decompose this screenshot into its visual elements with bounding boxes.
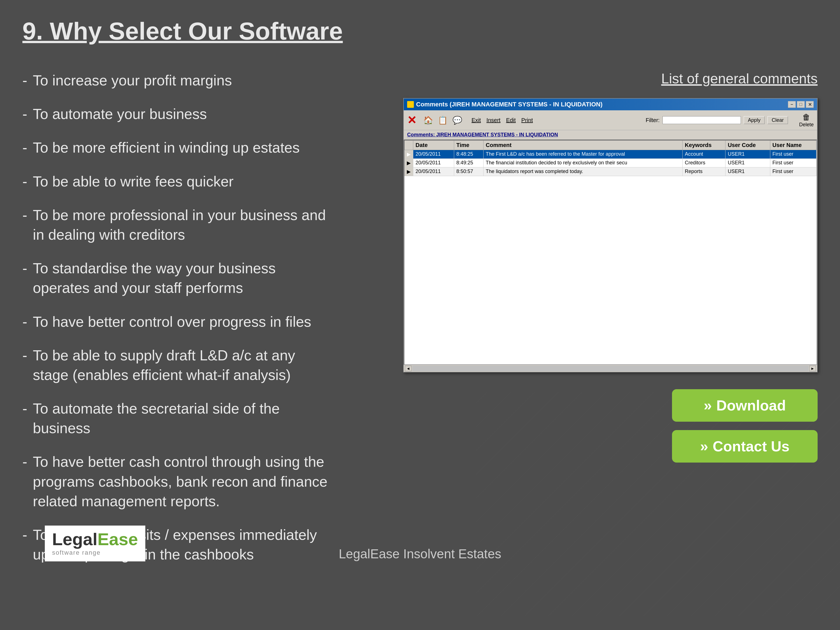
logo-ease: Ease xyxy=(98,529,138,549)
bullet-item: -To automate your business xyxy=(22,104,330,124)
bullet-dash: - xyxy=(22,172,27,191)
edit-menu-item[interactable]: Edit xyxy=(506,117,515,123)
exit-icon[interactable]: ✕ xyxy=(407,114,417,126)
contact-chevron-icon: » xyxy=(700,438,708,455)
bullet-text: To have better cash control through usin… xyxy=(33,452,330,511)
col-header-selector xyxy=(404,141,413,150)
bullet-dash: - xyxy=(22,259,27,298)
bullet-item: -To be more professional in your busines… xyxy=(22,205,330,245)
contact-button[interactable]: » Contact Us xyxy=(672,430,818,463)
bullet-item: -To be more efficient in winding up esta… xyxy=(22,138,330,157)
dialog-icon xyxy=(407,101,414,108)
logo-subtext: software range xyxy=(52,549,138,556)
cell-date: 20/05/2011 xyxy=(413,159,454,167)
bullet-dash: - xyxy=(22,104,27,124)
bullet-item: -To increase your profit margins xyxy=(22,71,330,90)
cell-date: 20/05/2011 xyxy=(413,150,454,159)
col-header-comment: Comment xyxy=(483,141,682,150)
toolbar-menu: Exit Insert Edit Print xyxy=(472,117,533,123)
scroll-right-arrow[interactable]: ► xyxy=(809,366,816,371)
table-row[interactable]: ▶ 20/05/2011 8:49:25 The financial insti… xyxy=(404,159,816,167)
exit-menu-item[interactable]: Exit xyxy=(472,117,481,123)
comments-table: Date Time Comment Keywords User Code Use… xyxy=(404,140,816,176)
general-comments-link[interactable]: List of general comments xyxy=(661,71,818,87)
bullet-text: To be able to supply draft L&D a/c at an… xyxy=(33,346,330,385)
bullet-item: -To automate the secretarial side of the… xyxy=(22,399,330,438)
bullet-dash: - xyxy=(22,399,27,438)
table-header: Date Time Comment Keywords User Code Use… xyxy=(404,141,816,150)
cell-time: 8:50:57 xyxy=(454,167,483,176)
bullet-item: -To standardise the way your business op… xyxy=(22,259,330,298)
dialog-toolbar: ✕ 🏠 📋 💬 Exit Insert Edit Print xyxy=(404,111,817,130)
insert-menu-item[interactable]: Insert xyxy=(486,117,501,123)
minimize-button[interactable]: – xyxy=(788,101,796,108)
bullet-list-container: -To increase your profit margins-To auto… xyxy=(22,71,330,578)
dialog-titlebar: Comments (JIREH MANAGEMENT SYSTEMS - IN … xyxy=(404,99,817,111)
row-selector: ▶ xyxy=(404,159,413,167)
row-selector: ▶ xyxy=(404,167,413,176)
clear-button[interactable]: Clear xyxy=(767,116,788,124)
filter-section: Filter: Apply Clear xyxy=(646,116,788,124)
cell-keywords: Creditors xyxy=(682,159,725,167)
footer-tagline: LegalEase Insolvent Estates xyxy=(339,546,501,561)
table-wrapper: Date Time Comment Keywords User Code Use… xyxy=(404,140,817,365)
row-selector: ▶ xyxy=(404,150,413,159)
page-title: 9. Why Select Our Software xyxy=(22,17,818,48)
bullet-dash: - xyxy=(22,205,27,245)
print-menu-item[interactable]: Print xyxy=(521,117,533,123)
logo-legal: Legal xyxy=(52,529,98,549)
cell-comment: The First L&D a/c has been referred to t… xyxy=(483,150,682,159)
cell-comment: The financial institution decided to rel… xyxy=(483,159,682,167)
table-body: ▶ 20/05/2011 8:48:25 The First L&D a/c h… xyxy=(404,150,816,176)
bullet-text: To automate your business xyxy=(33,104,207,124)
bullet-text: To increase your profit margins xyxy=(33,71,232,90)
filter-input[interactable] xyxy=(663,116,741,124)
cell-username: First user xyxy=(770,167,816,176)
logo-box: LegalEase software range xyxy=(45,526,145,561)
delete-icon-area[interactable]: 🗑 Delete xyxy=(799,112,814,128)
bullet-text: To standardise the way your business ope… xyxy=(33,259,330,298)
cell-keywords: Account xyxy=(682,150,725,159)
cell-time: 8:49:25 xyxy=(454,159,483,167)
bullet-dash: - xyxy=(22,312,27,332)
dialog-title-text: Comments (JIREH MANAGEMENT SYSTEMS - IN … xyxy=(416,101,603,108)
footer: LegalEase software range LegalEase Insol… xyxy=(22,546,818,561)
footer-logo: LegalEase software range xyxy=(45,526,145,561)
col-header-time: Time xyxy=(454,141,483,150)
dialog-window: Comments (JIREH MANAGEMENT SYSTEMS - IN … xyxy=(403,98,818,373)
bullet-list: -To increase your profit margins-To auto… xyxy=(22,71,330,564)
col-header-keywords: Keywords xyxy=(682,141,725,150)
bullet-item: -To be able to supply draft L&D a/c at a… xyxy=(22,346,330,385)
titlebar-buttons: – □ ✕ xyxy=(788,101,814,108)
restore-button[interactable]: □ xyxy=(797,101,805,108)
bullet-dash: - xyxy=(22,346,27,385)
scroll-left-arrow[interactable]: ◄ xyxy=(405,366,412,371)
table-row[interactable]: ▶ 20/05/2011 8:48:25 The First L&D a/c h… xyxy=(404,150,816,159)
insert-icon[interactable]: 🏠 xyxy=(422,114,434,126)
bullet-dash: - xyxy=(22,452,27,511)
cell-username: First user xyxy=(770,159,816,167)
bullet-item: -To be able to write fees quicker xyxy=(22,172,330,191)
cell-time: 8:48:25 xyxy=(454,150,483,159)
print-icon[interactable]: 💬 xyxy=(452,114,463,126)
scroll-track[interactable] xyxy=(412,366,808,371)
table-scroll-area[interactable]: Date Time Comment Keywords User Code Use… xyxy=(404,140,816,364)
close-button[interactable]: ✕ xyxy=(806,101,814,108)
delete-icon: 🗑 xyxy=(802,112,810,122)
horizontal-scrollbar[interactable]: ◄ ► xyxy=(404,365,817,372)
apply-button[interactable]: Apply xyxy=(744,116,765,124)
col-header-username: User Name xyxy=(770,141,816,150)
table-row[interactable]: ▶ 20/05/2011 8:50:57 The liquidators rep… xyxy=(404,167,816,176)
bullet-item: -To have better control over progress in… xyxy=(22,312,330,332)
col-header-date: Date xyxy=(413,141,454,150)
bullet-dash: - xyxy=(22,71,27,90)
comments-breadcrumb: Comments: JIREH MANAGEMENT SYSTEMS - IN … xyxy=(404,130,817,140)
contact-label: Contact Us xyxy=(713,438,789,455)
right-column: List of general comments Comments (JIREH… xyxy=(347,71,818,578)
download-button[interactable]: » Download xyxy=(672,389,818,422)
download-label: Download xyxy=(716,397,786,414)
edit-icon[interactable]: 📋 xyxy=(437,114,448,126)
cell-usercode: USER1 xyxy=(725,150,770,159)
delete-label: Delete xyxy=(799,122,814,128)
cell-username: First user xyxy=(770,150,816,159)
